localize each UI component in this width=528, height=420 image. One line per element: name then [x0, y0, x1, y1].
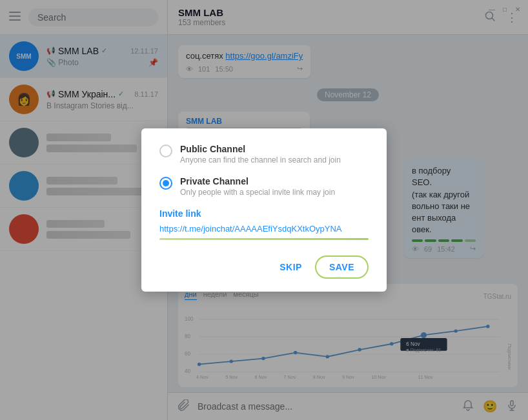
- private-channel-radio[interactable]: [159, 177, 172, 190]
- private-channel-label-group: Private Channel Only people with a speci…: [180, 176, 335, 197]
- invite-section: Invite link https://t.me/joinchat/AAAAAE…: [159, 208, 369, 240]
- maximize-button[interactable]: □: [501, 5, 509, 13]
- skip-button[interactable]: SKIP: [277, 255, 305, 279]
- modal-actions: SKIP SAVE: [159, 255, 369, 279]
- public-channel-desc: Anyone can find the channel in search an…: [180, 155, 341, 165]
- private-channel-desc: Only people with a special invite link m…: [180, 188, 335, 197]
- public-channel-label: Public Channel: [180, 144, 341, 154]
- save-button[interactable]: SAVE: [315, 255, 369, 279]
- public-channel-option[interactable]: Public Channel Anyone can find the chann…: [159, 144, 369, 165]
- private-channel-label: Private Channel: [180, 176, 335, 186]
- invite-link-url[interactable]: https://t.me/joinchat/AAAAAEfiYsdqKXtkOy…: [159, 223, 369, 235]
- channel-type-modal: Public Channel Anyone can find the chann…: [141, 128, 387, 292]
- invite-link-label: Invite link: [159, 208, 369, 219]
- public-channel-radio[interactable]: [159, 145, 172, 157]
- modal-overlay: Public Channel Anyone can find the chann…: [0, 0, 528, 420]
- minimize-button[interactable]: —: [488, 5, 496, 13]
- private-channel-option[interactable]: Private Channel Only people with a speci…: [159, 176, 369, 197]
- window-chrome: — □ ✕: [482, 0, 528, 18]
- close-button[interactable]: ✕: [514, 5, 522, 13]
- invite-underline: [159, 238, 369, 240]
- public-channel-label-group: Public Channel Anyone can find the chann…: [180, 144, 341, 165]
